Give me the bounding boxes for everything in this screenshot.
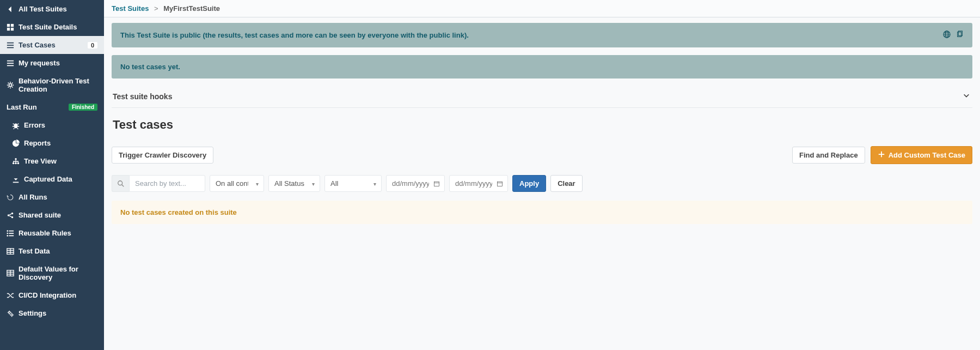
svg-point-21	[7, 232, 8, 234]
nav-label: My requests	[19, 59, 97, 67]
section-title: Test cases	[112, 118, 972, 132]
no-cases-text: No test cases yet.	[120, 63, 180, 71]
status-select[interactable]: All Statuses	[268, 175, 320, 192]
nav-bdd[interactable]: Behavior-Driven Test Creation	[0, 72, 104, 98]
nav-label: Last Run	[7, 103, 64, 111]
last-run-status-badge: Finished	[69, 104, 97, 111]
svg-rect-2	[7, 27, 10, 30]
nav-test-suite-details[interactable]: Test Suite Details	[0, 18, 104, 36]
find-replace-button[interactable]: Find and Replace	[792, 147, 865, 164]
svg-point-28	[11, 313, 13, 316]
nav-cicd[interactable]: CI/CD Integration	[0, 286, 104, 304]
download-icon	[12, 176, 20, 183]
nav-my-requests[interactable]: My requests	[0, 54, 104, 72]
pie-chart-icon	[12, 140, 20, 147]
nav-label: All Test Suites	[19, 5, 97, 13]
apply-button[interactable]: Apply	[512, 175, 546, 192]
main-content: Test Suites > MyFirstTestSuite This Test…	[104, 0, 980, 350]
svg-rect-24	[9, 235, 14, 236]
nav-tree-view[interactable]: Tree View	[0, 152, 104, 170]
trigger-crawler-button[interactable]: Trigger Crawler Discovery	[112, 147, 213, 164]
filter-bar: On all content All Statuses All Apply Cl…	[112, 175, 972, 192]
svg-point-16	[8, 214, 10, 216]
svg-point-10	[9, 83, 11, 86]
svg-point-15	[17, 162, 20, 164]
bars-icon	[7, 41, 14, 49]
svg-rect-0	[7, 23, 10, 26]
test-suite-hooks-toggle[interactable]: Test suite hooks	[112, 86, 972, 108]
nav-label: All Runs	[19, 193, 97, 201]
nav-label: Default Values for Discovery	[19, 265, 97, 281]
gear-icon	[7, 81, 14, 89]
svg-point-11	[14, 123, 18, 128]
test-cases-count-badge: 0	[88, 42, 97, 49]
nav-reports[interactable]: Reports	[0, 134, 104, 152]
tree-icon	[12, 158, 20, 165]
clear-button[interactable]: Clear	[550, 175, 583, 192]
all-select[interactable]: All	[324, 175, 382, 192]
plus-icon	[878, 150, 885, 160]
breadcrumb: Test Suites > MyFirstTestSuite	[104, 0, 980, 17]
list-icon	[7, 230, 14, 237]
globe-icon[interactable]	[943, 31, 951, 40]
hooks-label: Test suite hooks	[113, 92, 172, 101]
svg-point-19	[7, 230, 8, 232]
nav-default-values[interactable]: Default Values for Discovery	[0, 260, 104, 286]
table-icon	[7, 248, 14, 255]
nav-label: CI/CD Integration	[19, 291, 97, 299]
cogs-icon	[7, 310, 14, 317]
copy-icon[interactable]	[956, 31, 964, 40]
svg-rect-3	[11, 27, 14, 30]
svg-point-23	[7, 235, 8, 237]
arrow-left-icon	[7, 5, 14, 13]
svg-point-17	[11, 212, 14, 214]
empty-state-text: No test cases created on this suite	[120, 208, 237, 216]
svg-point-33	[118, 180, 122, 185]
chevron-down-icon	[963, 92, 970, 101]
svg-rect-20	[9, 230, 14, 231]
svg-point-13	[13, 162, 15, 164]
nav-all-test-suites[interactable]: All Test Suites	[0, 0, 104, 18]
nav-errors[interactable]: Errors	[0, 116, 104, 134]
nav-last-run[interactable]: Last Run Finished	[0, 98, 104, 116]
public-notice-banner: This Test Suite is public (the results, …	[112, 23, 972, 47]
add-custom-label: Add Custom Test Case	[889, 151, 965, 159]
svg-point-12	[15, 158, 17, 160]
nav-label: Settings	[19, 309, 97, 317]
breadcrumb-root-link[interactable]: Test Suites	[112, 4, 149, 13]
nav-settings[interactable]: Settings	[0, 304, 104, 322]
add-custom-test-case-button[interactable]: Add Custom Test Case	[871, 146, 972, 164]
content-scope-select[interactable]: On all content	[210, 175, 264, 192]
svg-point-18	[11, 216, 14, 218]
breadcrumb-sep: >	[154, 4, 158, 13]
nav-test-cases[interactable]: Test Cases 0	[0, 36, 104, 54]
svg-rect-9	[7, 65, 14, 66]
bug-icon	[12, 122, 20, 129]
nav-label: Test Cases	[19, 41, 83, 49]
nav-captured-data[interactable]: Captured Data	[0, 170, 104, 188]
nav-reusable-rules[interactable]: Reusable Rules	[0, 224, 104, 242]
table-icon	[7, 269, 14, 277]
bars-icon	[7, 59, 14, 67]
no-cases-banner: No test cases yet.	[112, 55, 972, 79]
svg-rect-6	[7, 47, 14, 48]
nav-test-data[interactable]: Test Data	[0, 242, 104, 260]
search-input[interactable]	[129, 175, 205, 192]
nav-label: Reusable Rules	[19, 229, 97, 237]
nav-all-runs[interactable]: All Runs	[0, 188, 104, 206]
nav-shared-suite[interactable]: Shared suite	[0, 206, 104, 224]
date-to-input[interactable]	[449, 175, 508, 192]
date-from-input[interactable]	[386, 175, 445, 192]
shuffle-icon	[7, 292, 14, 299]
public-notice-text: This Test Suite is public (the results, …	[120, 31, 469, 39]
nav-label: Captured Data	[24, 175, 97, 183]
grid-icon	[7, 23, 14, 31]
breadcrumb-current: MyFirstTestSuite	[163, 4, 220, 13]
svg-point-27	[9, 311, 11, 313]
nav-label: Behavior-Driven Test Creation	[19, 77, 97, 93]
svg-rect-22	[9, 233, 14, 234]
search-icon	[112, 175, 129, 192]
nav-label: Reports	[24, 139, 97, 147]
share-icon	[7, 212, 14, 219]
sidebar: All Test Suites Test Suite Details Test …	[0, 0, 104, 350]
